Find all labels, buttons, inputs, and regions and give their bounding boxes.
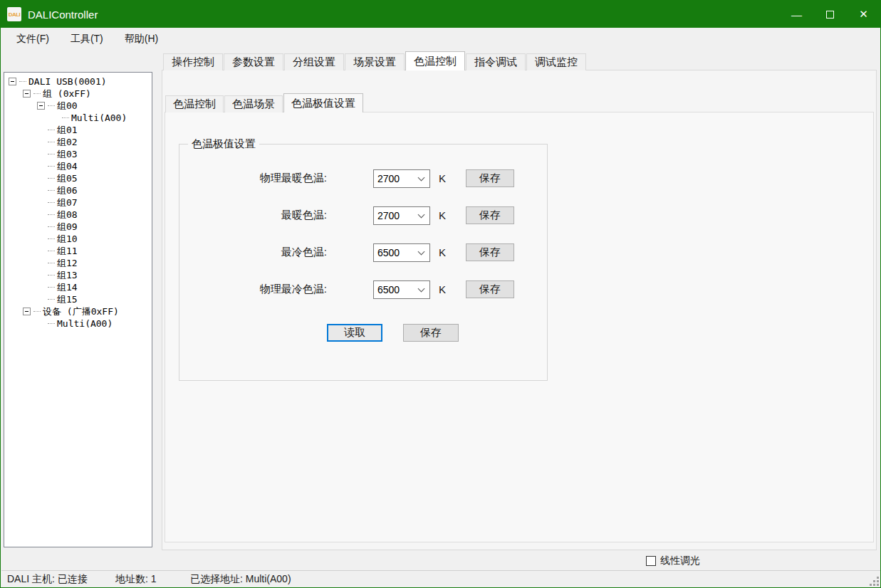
main-tab[interactable]: 场景设置 xyxy=(345,53,405,70)
tree-connector xyxy=(33,311,41,312)
tree-connector xyxy=(48,287,55,288)
cct-value-combobox[interactable]: 2700 xyxy=(373,169,430,188)
menu-item[interactable]: 工具(T) xyxy=(60,29,114,49)
window-controls: — ✕ xyxy=(780,1,880,28)
read-button[interactable]: 读取 xyxy=(327,324,382,342)
linear-dimming-checkbox[interactable] xyxy=(646,556,656,566)
tree-item[interactable]: 组06 xyxy=(4,184,152,196)
tree-item-label: 组09 xyxy=(57,221,78,233)
tree-connector xyxy=(62,117,69,118)
main-tabstrip: 操作控制 参数设置 分组设置 场景设置 色温控制 指令调试 调试监控 xyxy=(163,53,587,70)
cct-limit-row: 最冷色温: 6500 K 保存 xyxy=(179,243,547,262)
cct-value-combobox[interactable]: 6500 xyxy=(373,280,430,299)
tree-item-label: DALI USB(0001) xyxy=(28,75,107,88)
tree-connector xyxy=(48,190,55,191)
save-all-button[interactable]: 保存 xyxy=(403,324,459,342)
window-title: DALIController xyxy=(28,9,98,21)
sub-tab[interactable]: 色温场景 xyxy=(224,95,283,112)
tree-item-label: Multi(A00) xyxy=(57,317,113,330)
cct-value: 2700 xyxy=(377,173,419,184)
tree-connector xyxy=(48,323,55,324)
main-tab[interactable]: 分组设置 xyxy=(284,53,344,70)
collapse-icon[interactable] xyxy=(9,78,16,85)
tree-item[interactable]: 组04 xyxy=(4,160,152,172)
cct-value: 2700 xyxy=(377,210,419,221)
tree-item[interactable]: DALI USB(0001) xyxy=(4,75,152,88)
tree-connector xyxy=(48,142,55,142)
close-icon: ✕ xyxy=(859,8,868,21)
minimize-button[interactable]: — xyxy=(780,1,813,28)
statusbar: DALI 主机: 已连接 地址数: 1 已选择地址: Multi(A00) xyxy=(1,570,881,588)
tree-item-label: 组08 xyxy=(57,209,78,221)
collapse-icon[interactable] xyxy=(23,90,31,98)
cct-limit-row: 物理最冷色温: 6500 K 保存 xyxy=(179,280,547,299)
cct-limit-label: 最冷色温: xyxy=(179,246,327,259)
cct-limit-label: 物理最暖色温: xyxy=(179,172,327,185)
tree-item[interactable]: Multi(A00) xyxy=(4,112,152,124)
status-selected-address: 已选择地址: Multi(A00) xyxy=(190,573,291,586)
groupbox-title: 色温极值设置 xyxy=(188,137,259,151)
tree-item[interactable]: 组15 xyxy=(4,293,152,305)
sub-tab[interactable]: 色温控制 xyxy=(165,95,224,112)
sub-tab[interactable]: 色温极值设置 xyxy=(283,93,363,112)
tree-item-label: Multi(A00) xyxy=(71,112,127,124)
tree-connector xyxy=(48,166,55,167)
tree-item-label: 组10 xyxy=(57,233,78,245)
cct-limits-groupbox: 色温极值设置 物理最暖色温: 2700 K 保存 xyxy=(179,144,548,381)
tree-item[interactable]: 组05 xyxy=(4,172,152,184)
chevron-down-icon xyxy=(418,285,425,292)
menu-item[interactable]: 文件(F) xyxy=(6,29,60,49)
tree-connector xyxy=(33,93,41,94)
main-tab[interactable]: 参数设置 xyxy=(224,53,283,70)
tree-item[interactable]: 组00 xyxy=(4,100,152,112)
tree-item[interactable]: 设备 (广播0xFF) xyxy=(4,305,152,317)
cct-value-combobox[interactable]: 6500 xyxy=(373,243,430,262)
tree-item[interactable]: 组07 xyxy=(4,196,152,209)
tree-item[interactable]: 组 (0xFF) xyxy=(4,88,152,100)
cct-value: 6500 xyxy=(377,284,419,295)
tree-item[interactable]: 组09 xyxy=(4,221,152,233)
close-button[interactable]: ✕ xyxy=(847,1,880,28)
tree-item[interactable]: Multi(A00) xyxy=(4,317,152,330)
tree-item-label: 组11 xyxy=(57,245,78,257)
collapse-icon[interactable] xyxy=(37,102,45,110)
tree-connector xyxy=(48,238,55,239)
maximize-button[interactable] xyxy=(813,1,847,28)
unit-label: K xyxy=(439,209,449,221)
app-window: DALI DALIController — ✕ 文件(F) 工具(T) 帮助(H… xyxy=(0,0,881,588)
tree-item[interactable]: 组14 xyxy=(4,281,152,293)
main-tab[interactable]: 操作控制 xyxy=(163,53,223,70)
tree-item-label: 组12 xyxy=(57,257,78,269)
device-tree[interactable]: DALI USB(0001) 组 (0xFF) 组00 Multi(A00) xyxy=(4,72,152,547)
tree-item-label: 组04 xyxy=(57,160,78,172)
tree-item[interactable]: 组13 xyxy=(4,269,152,281)
row-save-button[interactable]: 保存 xyxy=(466,169,514,187)
main-tab[interactable]: 色温控制 xyxy=(405,51,465,70)
tree-item[interactable]: 组08 xyxy=(4,209,152,221)
resize-grip-icon[interactable] xyxy=(870,577,879,586)
maximize-icon xyxy=(826,11,834,19)
main-tab[interactable]: 调试监控 xyxy=(526,53,586,70)
row-save-button[interactable]: 保存 xyxy=(466,206,514,224)
tree-item-label: 组00 xyxy=(57,100,78,112)
cct-value-combobox[interactable]: 2700 xyxy=(373,206,430,225)
tree-item[interactable]: 组01 xyxy=(4,124,152,136)
collapse-icon[interactable] xyxy=(23,308,31,315)
menu-item[interactable]: 帮助(H) xyxy=(114,29,169,49)
tree-item-label: 组14 xyxy=(57,281,78,293)
tree-item-label: 设备 (广播0xFF) xyxy=(43,305,119,317)
row-save-button[interactable]: 保存 xyxy=(466,243,514,261)
row-save-button[interactable]: 保存 xyxy=(466,280,514,298)
tree-item-label: 组05 xyxy=(57,172,78,184)
tree-item-label: 组01 xyxy=(57,124,78,136)
tree-item[interactable]: 组11 xyxy=(4,245,152,257)
groupbox-buttons: 读取 保存 xyxy=(179,324,547,342)
tree-connector xyxy=(19,81,26,82)
main-tab[interactable]: 指令调试 xyxy=(466,53,526,70)
tree-item[interactable]: 组10 xyxy=(4,233,152,245)
tree-item[interactable]: 组03 xyxy=(4,148,152,160)
tree-item[interactable]: 组02 xyxy=(4,136,152,148)
tree-connector xyxy=(48,202,55,203)
tree-item[interactable]: 组12 xyxy=(4,257,152,269)
app-icon: DALI xyxy=(7,7,21,21)
